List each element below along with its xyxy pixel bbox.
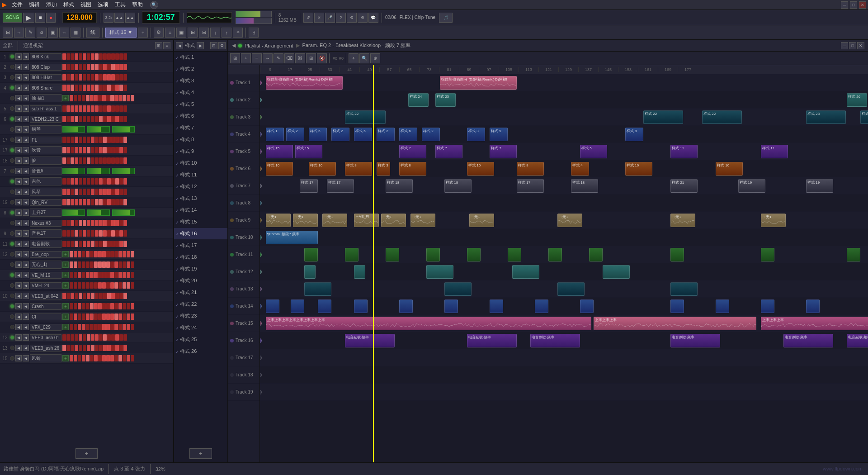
timeline-block[interactable] — [354, 299, 368, 313]
song-mode-btn[interactable]: SONG — [3, 13, 22, 23]
channel-led[interactable] — [10, 242, 14, 246]
channel-name[interactable]: VEDH2..23 C — [30, 116, 61, 123]
channel-solo-btn[interactable]: ◀ — [23, 85, 29, 91]
pad[interactable] — [115, 230, 119, 237]
pad[interactable] — [79, 293, 82, 299]
pad[interactable] — [66, 53, 70, 60]
pad[interactable] — [110, 282, 114, 289]
timeline-block[interactable]: →无1 — [410, 214, 435, 227]
pad[interactable] — [94, 355, 98, 361]
channel-led[interactable] — [10, 252, 14, 256]
pad[interactable] — [115, 64, 119, 70]
timeline-block[interactable]: 样式 2 — [286, 128, 304, 141]
pad[interactable] — [62, 293, 66, 299]
channel-name[interactable]: 808 Snare — [30, 85, 61, 91]
channel-led[interactable] — [10, 262, 14, 267]
pad[interactable] — [91, 74, 94, 81]
pad[interactable] — [87, 241, 90, 247]
channel-solo-btn[interactable]: ◀ — [23, 209, 29, 216]
pad[interactable] — [119, 64, 123, 70]
channel-name[interactable]: 吹管 — [30, 146, 61, 154]
pad[interactable] — [74, 282, 77, 289]
pad[interactable] — [86, 261, 90, 268]
channel-led[interactable] — [10, 335, 14, 340]
pad[interactable] — [123, 157, 127, 164]
pad[interactable] — [79, 334, 82, 341]
timeline-block[interactable]: 电音副歌·频率 — [783, 334, 833, 347]
channel-name[interactable]: VEE3_at 042 — [30, 293, 61, 299]
pad[interactable] — [62, 241, 66, 247]
pad[interactable] — [62, 105, 66, 112]
pattern-item[interactable]: ♪样式 5 — [174, 99, 227, 110]
channel-mute-btn[interactable]: ◀ — [15, 220, 22, 226]
record-btn[interactable]: ● — [46, 13, 56, 23]
pad[interactable] — [127, 314, 130, 320]
channel-mute-btn[interactable]: ◀ — [15, 137, 22, 143]
channel-led[interactable] — [10, 210, 14, 215]
timeline-block[interactable] — [266, 299, 279, 313]
pad[interactable] — [71, 345, 74, 351]
pad[interactable] — [62, 116, 66, 122]
channel-mute-btn[interactable]: ◀ — [15, 168, 22, 174]
pad[interactable] — [62, 220, 66, 226]
pad[interactable] — [95, 74, 99, 81]
pad[interactable] — [62, 64, 66, 70]
timeline-block[interactable]: →无1 — [469, 214, 494, 227]
pad[interactable] — [79, 53, 82, 60]
pad[interactable] — [107, 189, 111, 195]
pad[interactable] — [103, 220, 107, 226]
pad[interactable] — [127, 272, 130, 278]
pad[interactable] — [87, 230, 90, 237]
menu-help[interactable]: 帮助 — [129, 0, 146, 10]
pad[interactable] — [91, 64, 94, 70]
channel-name[interactable]: VE_M 16 — [30, 272, 61, 279]
pad[interactable] — [106, 324, 110, 330]
timeline-block[interactable]: 样式 3 — [467, 128, 485, 141]
pl-min-btn[interactable]: ─ — [841, 42, 848, 49]
pad[interactable] — [123, 137, 127, 143]
grid-btn[interactable]: ⊞ — [3, 28, 13, 38]
timeline-block[interactable]: →无1 — [670, 214, 695, 227]
channel-mute-btn[interactable]: ◀ — [15, 251, 22, 257]
channel-solo-btn[interactable]: ◀ — [23, 199, 29, 205]
channel-mute-btn[interactable]: ◀ — [15, 85, 22, 91]
channel-mute-btn[interactable]: ◀ — [15, 157, 22, 164]
pad[interactable] — [102, 272, 106, 278]
pad[interactable] — [123, 230, 127, 237]
pad[interactable] — [90, 303, 94, 309]
channel-name[interactable]: VFX_029 — [30, 324, 61, 331]
pad[interactable] — [99, 105, 103, 112]
pad[interactable] — [74, 261, 77, 268]
pad[interactable] — [118, 282, 122, 289]
pad[interactable] — [75, 293, 78, 299]
timeline-block[interactable]: 样式 16 — [309, 162, 336, 176]
pl-delete-btn[interactable]: ⌫ — [284, 53, 294, 63]
pad[interactable] — [111, 334, 115, 341]
pad[interactable] — [71, 189, 74, 195]
pad[interactable] — [90, 272, 94, 278]
timeline-block[interactable]: 样式 16 — [467, 162, 494, 176]
pattern-item[interactable]: ♪样式 22 — [174, 299, 227, 310]
pad[interactable] — [82, 324, 85, 330]
pad[interactable] — [99, 334, 103, 341]
channel-led[interactable] — [10, 158, 14, 163]
timeline-block[interactable]: 样式 26 — [847, 93, 867, 107]
channel-name[interactable]: VMH_24 — [30, 282, 61, 289]
pad[interactable] — [107, 345, 111, 351]
timeline-block[interactable]: 样式 9 — [490, 128, 508, 141]
channel-solo-btn[interactable]: ◀ — [23, 334, 29, 341]
fx-btn2[interactable]: ≡ — [165, 28, 175, 38]
channel-led[interactable] — [10, 169, 14, 173]
menu-view[interactable]: 视图 — [78, 0, 94, 10]
timeline-track-row[interactable]: 徐佳莹·身骑白马 (DJ阿福)Remix(-D)阿福!徐佳莹·身骑白马 (DJ阿… — [260, 74, 868, 91]
loop-btn[interactable]: ↺ — [303, 13, 313, 23]
channel-name[interactable]: 风琴 — [30, 188, 61, 196]
pad[interactable] — [110, 303, 114, 309]
timeline-block[interactable]: 样式 21 — [670, 179, 698, 193]
channel-solo-btn[interactable]: ◀ — [23, 220, 29, 226]
pad[interactable] — [71, 241, 74, 247]
timeline-track-row[interactable] — [260, 263, 868, 280]
timeline-block[interactable]: 样式 4 — [571, 162, 589, 176]
pad[interactable] — [74, 303, 77, 309]
pad[interactable] — [95, 64, 99, 70]
